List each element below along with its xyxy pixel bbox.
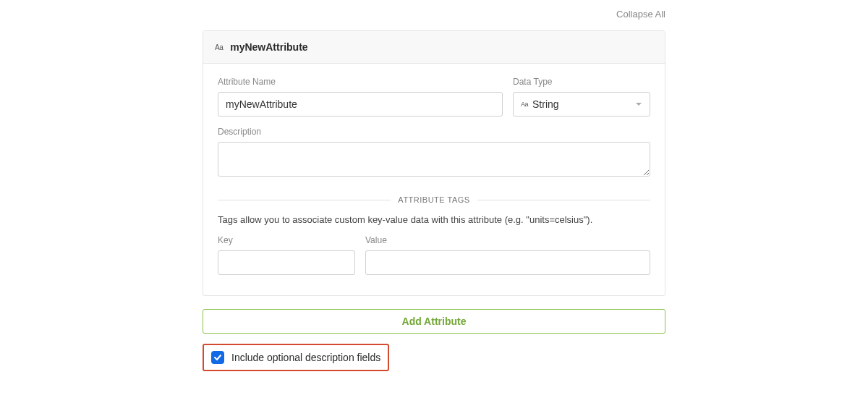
include-description-label[interactable]: Include optional description fields (231, 352, 380, 363)
chevron-down-icon (635, 101, 642, 108)
attribute-tags-divider: ATTRIBUTE TAGS (218, 195, 650, 204)
add-attribute-button[interactable]: Add Attribute (203, 309, 665, 334)
check-icon (213, 353, 222, 362)
divider-line (218, 200, 391, 200)
tags-help-text: Tags allow you to associate custom key-v… (218, 214, 650, 225)
collapse-all-link[interactable]: Collapse All (616, 9, 665, 20)
tag-value-input[interactable] (365, 250, 650, 275)
attribute-name-input[interactable] (218, 92, 503, 117)
include-description-highlight: Include optional description fields (203, 344, 389, 371)
attribute-header-title: myNewAttribute (230, 41, 307, 53)
include-description-checkbox[interactable] (211, 351, 224, 364)
description-label: Description (218, 127, 650, 137)
tag-key-label: Key (218, 235, 355, 245)
attribute-panel-header[interactable]: Aa myNewAttribute (203, 31, 665, 64)
string-type-icon: Aa (215, 43, 223, 51)
string-type-icon: Aa (521, 101, 528, 108)
tag-key-input[interactable] (218, 250, 355, 275)
attribute-panel: Aa myNewAttribute Attribute Name Data Ty… (203, 30, 665, 296)
description-textarea[interactable] (218, 142, 650, 177)
divider-line (477, 200, 650, 200)
attribute-panel-body: Attribute Name Data Type Aa String Descr… (203, 64, 665, 295)
data-type-value: String (532, 98, 559, 110)
data-type-label: Data Type (513, 77, 650, 87)
attribute-tags-heading: ATTRIBUTE TAGS (398, 195, 469, 204)
tag-value-label: Value (365, 235, 650, 245)
attribute-name-label: Attribute Name (218, 77, 503, 87)
data-type-select[interactable]: Aa String (513, 92, 650, 117)
